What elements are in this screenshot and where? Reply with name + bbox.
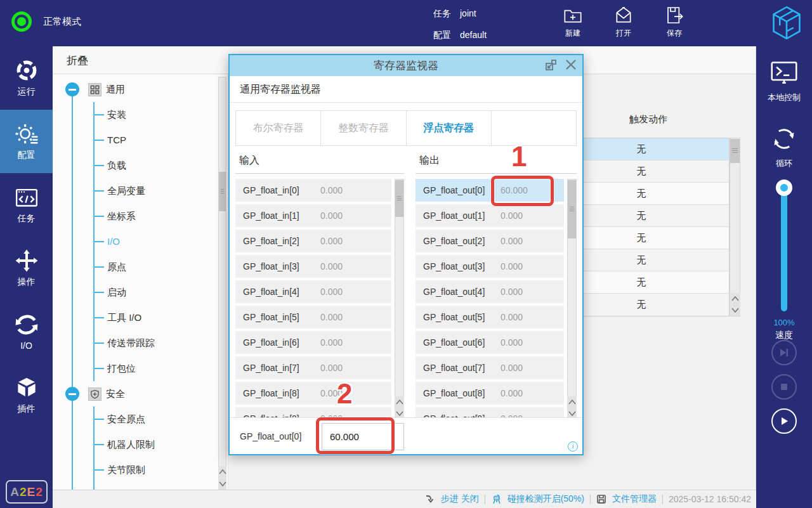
file-manager-button[interactable]: 文件管理器 <box>612 493 657 505</box>
register-row[interactable]: GP_float_in[7] 0.000 <box>235 356 391 379</box>
register-tab[interactable]: 浮点寄存器 <box>407 111 492 145</box>
collision-detect-status[interactable]: 碰撞检测开启(50%) <box>508 493 584 505</box>
topbar-action-label: 打开 <box>609 28 638 39</box>
speed-slider-thumb[interactable] <box>776 179 792 196</box>
topbar-action-button[interactable]: 打开 <box>609 5 638 39</box>
tree-item[interactable]: 关节限制 <box>53 457 209 483</box>
tree-item[interactable]: 全局变量 <box>53 178 209 204</box>
register-tab[interactable]: 布尔寄存器 <box>236 111 321 145</box>
register-row[interactable]: GP_float_out[5] 0.000 <box>416 306 564 329</box>
sidebar-item[interactable]: 插件 <box>0 363 53 427</box>
sidebar-item-label: 任务 <box>18 213 36 225</box>
scroll-up-button[interactable] <box>567 396 577 408</box>
register-row[interactable]: GP_float_out[2] 0.000 <box>416 230 564 252</box>
scroll-up-button[interactable] <box>218 466 226 478</box>
mode-indicator: 正常模式 <box>11 11 81 32</box>
tree-group-icon <box>88 388 102 401</box>
tree-item[interactable]: 机器人限制 <box>53 432 209 457</box>
tree-item[interactable]: 安全原点 <box>53 407 209 432</box>
tree-item[interactable]: 原点 <box>53 254 209 280</box>
speed-percent: 100% <box>756 318 812 327</box>
register-row[interactable]: GP_float_out[4] 0.000 <box>416 280 564 303</box>
register-row[interactable]: GP_float_in[3] 0.000 <box>235 255 391 278</box>
sidebar-item[interactable]: 配置 <box>0 110 53 173</box>
tree-item-label: 传送带跟踪 <box>107 330 209 356</box>
tree-item-label: 负载 <box>107 153 209 178</box>
clock-timestamp: 2025-03-12 16:50:42 <box>669 494 751 504</box>
tree-item[interactable]: 安装 <box>53 102 209 127</box>
register-monitor-dialog: 寄存器监视器 通用寄存器监视器 布尔寄存器 整数寄存器 浮点寄存器 <box>228 54 584 455</box>
scroll-up-button[interactable] <box>730 293 740 304</box>
shield-plus-icon <box>90 389 100 399</box>
collision-robot-icon <box>491 494 502 505</box>
speed-readout: 100% 速度 <box>756 318 812 341</box>
register-tab[interactable] <box>492 111 576 145</box>
annotation-number-1: 1 <box>511 141 527 173</box>
register-row[interactable]: GP_float_out[8] 0.000 <box>416 382 564 405</box>
register-row[interactable]: GP_float_out[3] 0.000 <box>416 255 564 278</box>
cube-icon <box>15 375 39 400</box>
local-control-button[interactable]: 本地控制 <box>756 59 812 103</box>
loop-button[interactable]: 循环 <box>756 125 812 169</box>
step-forward-button[interactable] <box>771 340 797 365</box>
sidebar-menu: 运行 <box>0 46 53 427</box>
sidebar-item[interactable]: 任务 <box>0 173 53 237</box>
step-forward-icon <box>778 347 790 358</box>
register-row[interactable]: GP_float_in[6] 0.000 <box>235 331 391 354</box>
tree-item[interactable]: TCP <box>53 127 209 153</box>
register-row[interactable]: GP_float_in[8] 0.000 <box>235 382 391 405</box>
close-icon[interactable] <box>565 58 577 71</box>
register-row[interactable]: GP_float_in[4] 0.000 <box>235 280 391 303</box>
tree-item[interactable]: 坐标系 <box>53 204 209 229</box>
register-value: 0.000 <box>501 388 523 398</box>
register-row[interactable]: GP_float_in[1] 0.000 <box>235 204 391 227</box>
dialog-titlebar[interactable]: 寄存器监视器 <box>230 55 582 76</box>
tree-item[interactable]: 传送带跟踪 <box>53 330 209 356</box>
step-mode-status[interactable]: 步进 关闭 <box>441 493 479 505</box>
tree-item[interactable]: 打包位 <box>53 356 209 381</box>
register-row[interactable]: GP_float_in[0] 0.000 <box>235 179 391 202</box>
tree-item[interactable]: 启动 <box>53 280 209 305</box>
sidebar-item[interactable]: I/O <box>0 300 53 363</box>
collapse-button[interactable]: 折叠 <box>67 53 88 68</box>
topbar-action-button[interactable]: 新建 <box>558 5 587 39</box>
register-row[interactable]: GP_float_in[5] 0.000 <box>235 306 391 329</box>
scrollbar-handle[interactable] <box>219 172 226 211</box>
tree-item-label: 机器人限制 <box>107 432 209 457</box>
register-editor-bar: GP_float_out[0] i <box>230 417 582 454</box>
info-icon[interactable]: i <box>568 441 578 452</box>
tree-item[interactable]: 通用 <box>53 77 209 102</box>
register-row[interactable]: GP_float_out[7] 0.000 <box>416 356 564 379</box>
tree-item[interactable]: 安全 <box>53 381 209 407</box>
tree-item[interactable]: 负载 <box>53 153 209 178</box>
topbar-action-button[interactable]: 保存 <box>660 5 689 39</box>
sidebar-item[interactable]: 运行 <box>0 46 53 110</box>
register-row[interactable]: GP_float_out[1] 0.000 <box>416 204 564 227</box>
scroll-down-button[interactable] <box>218 478 226 490</box>
stop-button[interactable] <box>771 374 797 400</box>
scroll-up-button[interactable] <box>395 396 404 408</box>
io-cycle-icon <box>15 313 39 337</box>
sidebar-item[interactable]: 操作 <box>0 237 53 300</box>
restore-window-icon[interactable] <box>545 59 557 71</box>
play-button[interactable] <box>771 408 797 434</box>
topbar-action-label: 新建 <box>558 28 587 39</box>
collapse-minus-icon[interactable] <box>65 82 79 96</box>
scrollbar-handle[interactable] <box>568 180 576 238</box>
speed-slider-track[interactable] <box>781 187 787 311</box>
new-file-icon <box>563 5 583 25</box>
collapse-minus-icon[interactable] <box>65 387 79 401</box>
tree-item[interactable]: 工具 I/O <box>53 305 209 330</box>
scrollbar-track[interactable] <box>218 77 226 490</box>
scrollbar-handle[interactable] <box>395 180 403 217</box>
version-badge: A2E2 <box>6 480 48 504</box>
code-window-icon <box>15 185 39 209</box>
register-row[interactable]: GP_float_out[6] 0.000 <box>416 331 564 354</box>
register-row[interactable]: GP_float_in[2] 0.000 <box>235 230 391 252</box>
scrollbar-handle[interactable] <box>730 139 740 163</box>
scrollbar-track[interactable] <box>730 138 740 316</box>
register-tab[interactable]: 整数寄存器 <box>321 111 406 145</box>
tree-item[interactable]: I/O <box>53 229 209 254</box>
scroll-down-button[interactable] <box>730 304 740 316</box>
output-register-rows: GP_float_out[0] 60.000 GP_float_out[1] 0… <box>416 179 564 420</box>
